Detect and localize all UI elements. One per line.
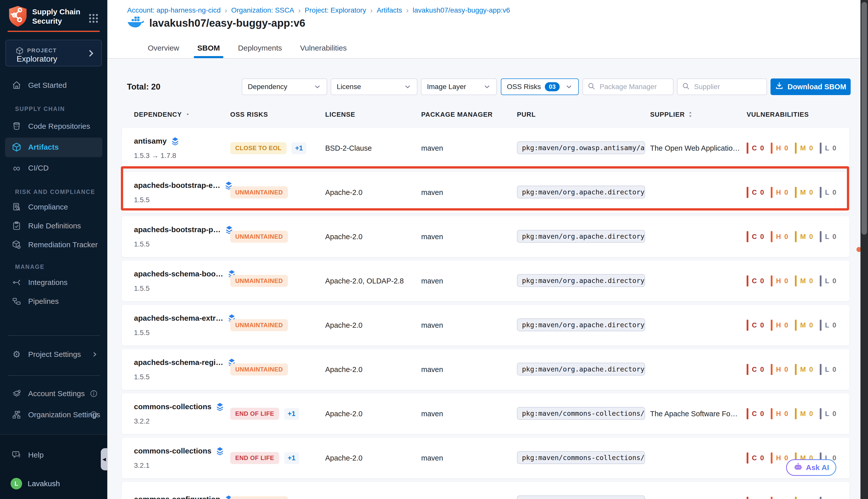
dependency-cell: commons-configuration [134, 495, 230, 499]
oss-risk-badge: END OF LIFE [230, 408, 279, 420]
oss-risk-badge: UNMAINTAINED [230, 319, 288, 331]
clipboard-check-icon [12, 221, 22, 231]
purl-value[interactable]: pkg:maven/commons-configuration/… [517, 496, 645, 499]
sidebar-item-pipelines[interactable]: Pipelines [0, 292, 107, 311]
tab-deployments[interactable]: Deployments [235, 38, 285, 58]
chevron-down-icon [314, 83, 321, 90]
sidebar-item-project-settings[interactable]: ⚙ Project Settings [0, 345, 107, 364]
purl-value[interactable]: pkg:maven/org.apache.directory.s… [517, 363, 645, 376]
tab-overview[interactable]: Overview [145, 38, 182, 58]
filter-oss-risks[interactable]: OSS Risks03 [501, 78, 579, 95]
table-row[interactable]: commons-configuration UNMAINTAINED http:… [122, 482, 850, 499]
package-manager-input[interactable] [599, 83, 668, 91]
column-header-oss-risks[interactable]: OSS RISKS [230, 111, 325, 119]
search-icon [588, 82, 595, 91]
filter-image-layer[interactable]: Image Layer [421, 78, 497, 95]
scrollbar-thumb[interactable] [861, 2, 867, 235]
table-row[interactable]: apacheds-schema-extr… 1.5.5 UNMAINTAINED… [122, 305, 850, 345]
breadcrumb-link[interactable]: Organization: SSCA [231, 6, 294, 14]
table-row[interactable]: apacheds-schema-regi… 1.5.5 UNMAINTAINED… [122, 349, 850, 390]
code-repository-icon: </> [12, 121, 22, 131]
vuln-count-medium: M 0 [795, 143, 814, 154]
vuln-count-high: H 0 [771, 497, 789, 499]
sidebar-collapse-handle[interactable]: ◀ [101, 448, 108, 470]
vulnerabilities-cell: C 0H 0M 0L 0 [747, 408, 850, 419]
breadcrumb-link[interactable]: Project: Exploratory [305, 6, 366, 14]
layers-icon[interactable] [215, 447, 224, 455]
vulnerabilities-cell: C 0H 0M 0L 0 [747, 187, 850, 198]
table-row[interactable]: commons-collections 3.2.1 END OF LIFE +1… [122, 438, 850, 478]
purl-value[interactable]: pkg:maven/org.apache.directory.s… [517, 318, 645, 331]
module-grid-icon[interactable] [88, 13, 99, 25]
table-row[interactable]: apacheds-bootstrap-p… 1.5.5 UNMAINTAINED… [122, 216, 850, 257]
project-selector[interactable]: PROJECT Exploratory [5, 40, 102, 66]
table-row[interactable]: commons-collections 3.2.2 END OF LIFE +1… [122, 393, 850, 434]
license-cell: Apache-2.0 [325, 454, 421, 462]
column-header-license[interactable]: LICENSE [325, 111, 421, 119]
oss-risks-cell: END OF LIFE +1 [230, 408, 325, 420]
column-header-purl[interactable]: PURL [517, 111, 650, 119]
supplier-input[interactable] [694, 83, 762, 91]
tab-vulnerabilities[interactable]: Vulnerabilities [297, 38, 350, 58]
ask-ai-button[interactable]: Ask AI [786, 459, 836, 476]
column-header-supplier[interactable]: SUPPLIER [650, 111, 747, 119]
dependency-cell: apacheds-schema-extr… 1.5.5 [134, 314, 230, 337]
sidebar-item-remediation-tracker[interactable]: Remediation Tracker [0, 235, 107, 254]
chevron-down-icon [404, 83, 411, 90]
table-row[interactable]: apacheds-bootstrap-e… 1.5.5 UNMAINTAINED… [122, 172, 850, 213]
vuln-count-medium: M 0 [795, 364, 814, 375]
column-header-vulnerabilities[interactable]: VULNERABILITIES [747, 111, 850, 119]
purl-value[interactable]: pkg:maven/org.apache.directory.s… [517, 274, 645, 287]
purl-value[interactable]: pkg:maven/org.apache.directory.s… [517, 186, 645, 198]
tab-sbom[interactable]: SBOM [194, 38, 223, 58]
ask-ai-label: Ask AI [806, 463, 829, 472]
oss-risk-badge: END OF LIFE [230, 452, 279, 464]
breadcrumb-link[interactable]: Artifacts [377, 6, 402, 14]
sidebar-item-code-repositories[interactable]: </> Code Repositories [0, 117, 107, 136]
vuln-count-critical: C 0 [747, 364, 765, 375]
scrollbar[interactable] [860, 0, 868, 499]
sort-icon[interactable] [688, 111, 693, 118]
oss-risk-more-chip[interactable]: +1 [284, 408, 299, 420]
chevron-right-icon [92, 351, 98, 358]
purl-value[interactable]: pkg:maven/commons-collections/co… [517, 451, 645, 464]
filter-dependency[interactable]: Dependency [242, 78, 327, 95]
layers-icon[interactable] [171, 136, 180, 146]
column-header-package-manager[interactable]: PACKAGE MANAGER [421, 111, 517, 119]
oss-risks-cell: UNMAINTAINED [230, 275, 325, 287]
oss-risks-cell: END OF LIFE +1 [230, 452, 325, 464]
purl-value[interactable]: pkg:maven/org.owasp.antisamy/ant… [517, 141, 645, 154]
table-row[interactable]: apacheds-schema-boo… 1.5.5 UNMAINTAINED … [122, 260, 850, 301]
purl-value[interactable]: pkg:maven/commons-collections/co… [517, 407, 645, 420]
sidebar-item-integrations[interactable]: Integrations [0, 273, 107, 292]
sidebar-item-rule-definitions[interactable]: Rule Definitions [0, 217, 107, 235]
breadcrumb-link[interactable]: lavakush07/easy-buggy-app:v6 [413, 6, 510, 14]
vuln-count-high: H 0 [771, 364, 789, 375]
vuln-count-high: H 0 [771, 187, 789, 198]
oss-risk-more-chip[interactable]: +1 [284, 452, 299, 464]
oss-risk-badge: UNMAINTAINED [230, 186, 288, 198]
purl-value[interactable]: pkg:maven/org.apache.directory.s… [517, 230, 645, 243]
oss-risk-badge: UNMAINTAINED [230, 496, 288, 499]
oss-risk-more-chip[interactable]: +1 [291, 142, 306, 154]
column-header-dependency[interactable]: DEPENDENCY [134, 111, 230, 119]
sidebar-item-cicd[interactable]: ∞ CI/CD [0, 159, 107, 177]
sidebar-item-get-started[interactable]: Get Started [0, 76, 107, 95]
sidebar-item-help[interactable]: ? Help [0, 446, 107, 464]
sidebar-item-artifacts[interactable]: Artifacts [0, 138, 107, 156]
filter-license[interactable]: License [331, 78, 417, 95]
download-sbom-button[interactable]: Download SBOM [770, 78, 851, 95]
sidebar-footer: ? Help L Lavakush [0, 434, 107, 499]
sort-desc-icon[interactable] [185, 112, 190, 117]
breadcrumb-link[interactable]: Account: app-harness-ng-cicd [127, 6, 221, 14]
user-menu[interactable]: L Lavakush [0, 474, 107, 493]
sidebar-item-account-settings[interactable]: Account Settings [0, 384, 107, 403]
sidebar-item-organization-settings[interactable]: Organization Settings [0, 405, 107, 424]
table-row[interactable]: antisamy 1.5.3 → 1.7.8 CLOSE TO EOL +1 B… [122, 128, 850, 169]
layers-icon[interactable] [215, 402, 224, 411]
info-icon[interactable] [90, 390, 98, 398]
sidebar-item-compliance[interactable]: Compliance [0, 198, 107, 216]
table-body: antisamy 1.5.3 → 1.7.8 CLOSE TO EOL +1 B… [122, 128, 850, 499]
table-header: DEPENDENCYOSS RISKSLICENSEPACKAGE MANAGE… [122, 108, 850, 121]
info-icon[interactable] [90, 411, 98, 419]
